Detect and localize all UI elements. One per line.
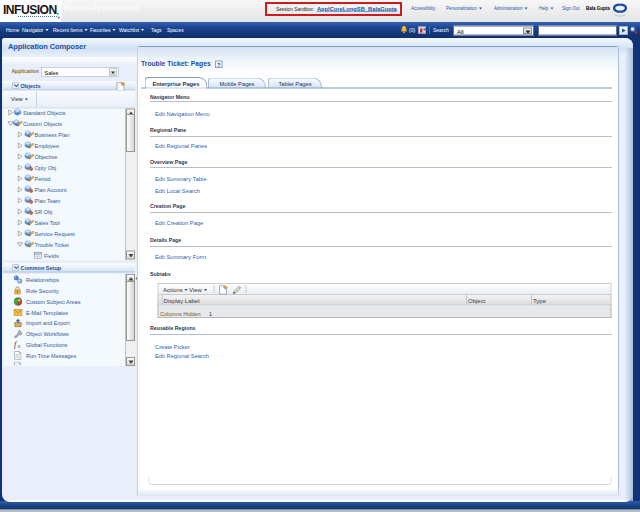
- svg-text:x: x: [17, 343, 21, 349]
